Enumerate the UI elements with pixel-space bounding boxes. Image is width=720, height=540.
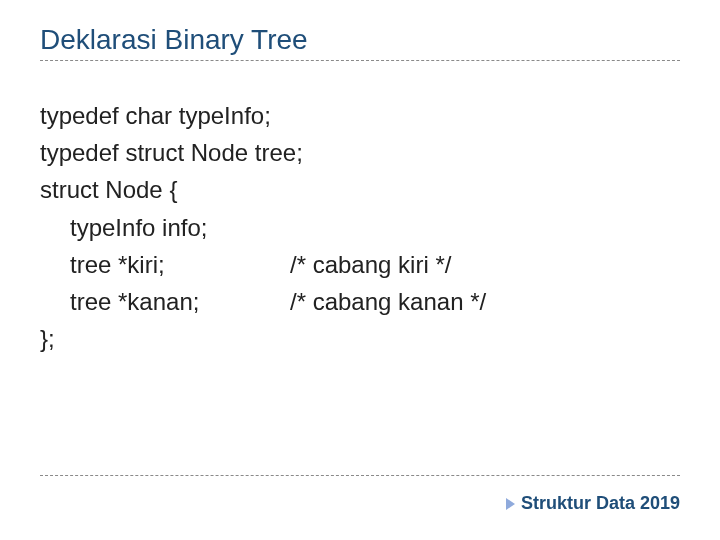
code-text: struct Node {: [40, 171, 177, 208]
code-line: };: [40, 320, 680, 357]
title-divider: [40, 60, 680, 61]
code-text: typeInfo info;: [70, 209, 207, 246]
code-line: typedef struct Node tree;: [40, 134, 680, 171]
code-line: tree *kiri; /* cabang kiri */: [40, 246, 680, 283]
footer-divider: [40, 475, 680, 476]
footer: Struktur Data 2019: [506, 493, 680, 514]
code-text: tree *kanan;: [70, 283, 290, 320]
code-comment: /* cabang kanan */: [290, 283, 486, 320]
code-text: };: [40, 320, 55, 357]
code-comment: /* cabang kiri */: [290, 246, 451, 283]
code-line: tree *kanan; /* cabang kanan */: [40, 283, 680, 320]
code-line: typeInfo info;: [40, 209, 680, 246]
slide-title: Deklarasi Binary Tree: [40, 24, 680, 56]
code-line: struct Node {: [40, 171, 680, 208]
slide: Deklarasi Binary Tree typedef char typeI…: [0, 0, 720, 540]
code-line: typedef char typeInfo;: [40, 97, 680, 134]
code-text: tree *kiri;: [70, 246, 290, 283]
footer-text: Struktur Data 2019: [521, 493, 680, 514]
arrow-right-icon: [506, 498, 515, 510]
code-text: typedef struct Node tree;: [40, 134, 303, 171]
code-text: typedef char typeInfo;: [40, 97, 271, 134]
code-block: typedef char typeInfo; typedef struct No…: [40, 97, 680, 357]
